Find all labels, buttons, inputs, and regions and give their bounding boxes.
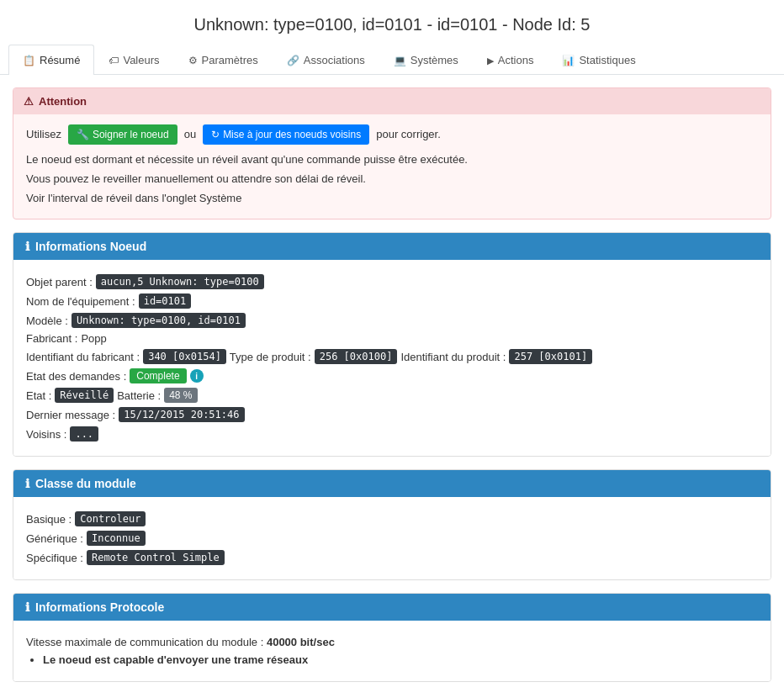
warning-icon: ⚠ [24, 95, 34, 108]
systemes-icon [394, 54, 406, 66]
tab-bar: Résumé Valeurs Paramètres Associations S… [0, 45, 784, 75]
attention-line3: Voir l'interval de réveil dans l'onglet … [26, 190, 758, 208]
protocol-capability-item: Le noeud est capable d'envoyer une trame… [43, 653, 758, 666]
node-info-body: Objet parent : aucun,5 Unknown: type=010… [13, 260, 771, 456]
tab-systemes[interactable]: Systèmes [379, 45, 473, 75]
module-class-body: Basique : Controleur Générique : Inconnu… [13, 497, 771, 579]
basic-row: Basique : Controleur [26, 511, 758, 526]
protocol-info-panel: ℹ Informations Protocole Vitesse maximal… [13, 593, 771, 682]
attention-header: ⚠ Attention [13, 88, 771, 114]
page-title: Unknown: type=0100, id=0101 - id=0101 - … [0, 0, 784, 45]
node-info-header: ℹ Informations Noeud [13, 233, 771, 260]
associations-icon [287, 54, 299, 66]
attention-panel: ⚠ Attention Utilisez 🔧 Soigner le noeud … [13, 87, 771, 219]
speed-row: Vitesse maximale de communication du mod… [26, 636, 758, 648]
update-icon: ↻ [211, 129, 220, 140]
attention-body: Utilisez 🔧 Soigner le noeud ou ↻ Mise à … [13, 114, 771, 219]
manufacturer-row: Fabricant : Popp [26, 332, 758, 345]
update-neighbors-button[interactable]: ↻ Mise à jour des noeuds voisins [203, 124, 369, 145]
pour-text: pour corriger. [376, 126, 441, 144]
etat-row: Etat : Réveillé Batterie : 48 % [26, 388, 758, 403]
tab-parametres[interactable]: Paramètres [174, 45, 273, 75]
statistiques-icon [562, 54, 575, 66]
node-info-panel: ℹ Informations Noeud Objet parent : aucu… [13, 232, 771, 457]
attention-btn-row: Utilisez 🔧 Soigner le noeud ou ↻ Mise à … [26, 124, 758, 145]
resume-icon [23, 54, 35, 66]
tab-associations[interactable]: Associations [273, 45, 379, 75]
heal-icon: 🔧 [77, 129, 89, 140]
utilisez-label: Utilisez [26, 126, 61, 144]
specific-row: Spécifique : Remote Control Simple [26, 550, 758, 565]
generic-row: Générique : Inconnue [26, 531, 758, 546]
tab-resume[interactable]: Résumé [8, 45, 94, 75]
protocol-info-icon: ℹ [25, 600, 29, 614]
parent-row: Objet parent : aucun,5 Unknown: type=010… [26, 274, 758, 289]
tab-valeurs[interactable]: Valeurs [94, 45, 173, 75]
model-row: Modèle : Unknown: type=0100, id=0101 [26, 313, 758, 328]
module-class-header: ℹ Classe du module [13, 470, 771, 497]
heal-node-button[interactable]: 🔧 Soigner le noeud [68, 124, 177, 145]
protocol-info-header: ℹ Informations Protocole [13, 594, 771, 621]
attention-line1: Le noeud est dormant et nécessite un rév… [26, 151, 758, 169]
tab-actions[interactable]: Actions [473, 45, 548, 75]
valeurs-icon [109, 54, 119, 66]
attention-line2: Vous pouvez le reveiller manuellement ou… [26, 171, 758, 188]
state-info-icon[interactable]: i [190, 369, 204, 383]
parametres-icon [188, 54, 198, 66]
info-icon: ℹ [25, 240, 29, 253]
manuf-id-row: Identifiant du fabricant : 340 [0x0154] … [26, 349, 758, 364]
main-content: ⚠ Attention Utilisez 🔧 Soigner le noeud … [0, 75, 784, 698]
tab-statistiques[interactable]: Statistiques [548, 45, 649, 75]
module-info-icon: ℹ [25, 477, 29, 490]
module-class-panel: ℹ Classe du module Basique : Controleur … [13, 469, 771, 580]
voisins-row: Voisins : ... [26, 426, 758, 442]
protocol-info-body: Vitesse maximale de communication du mod… [13, 621, 771, 681]
ou-text: ou [184, 126, 196, 144]
last-msg-row: Dernier message : 15/12/2015 20:51:46 [26, 407, 758, 422]
state-row: Etat des demandes : Complete i [26, 368, 758, 383]
protocol-capabilities: Le noeud est capable d'envoyer une trame… [43, 653, 758, 666]
actions-icon [487, 54, 494, 66]
equipment-row: Nom de l'équipement : id=0101 [26, 293, 758, 309]
